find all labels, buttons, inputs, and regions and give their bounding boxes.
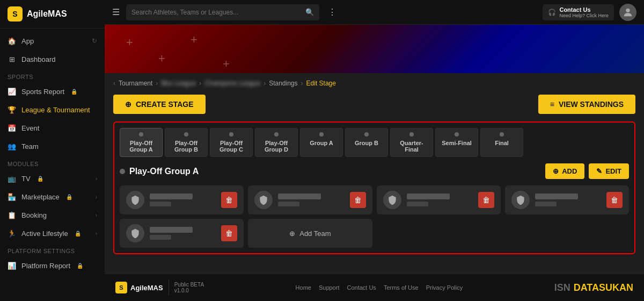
contact-button[interactable]: 🎧 Contact Us Need Help? Click Here (543, 4, 614, 20)
tab-group-a[interactable]: Group A (300, 128, 343, 157)
tab-playoff-group-d[interactable]: Play-OffGroup D (255, 128, 298, 157)
sports-report-icon: 📈 (8, 87, 16, 96)
tab-playoff-group-a[interactable]: Play-OffGroup A (120, 128, 163, 157)
section-label-platform: Platform Settings (0, 242, 105, 256)
footer-left: S AgileMAS Public BETA v1.0.0 (115, 280, 204, 296)
footer-link-terms[interactable]: Terms of Use (384, 284, 419, 291)
event-icon: 📅 (8, 124, 16, 132)
delete-team-2-button[interactable]: 🗑 (350, 192, 366, 208)
sidebar-item-platform-report[interactable]: 📊 Platform Report 🔒 (0, 256, 105, 275)
marketplace-icon: 🏪 (8, 192, 16, 201)
footer-link-support[interactable]: Support (319, 284, 340, 291)
add-team-icon: ⊕ (289, 230, 295, 238)
team-info-4 (535, 194, 601, 206)
breadcrumb-champions[interactable]: Champions League (204, 80, 260, 87)
tab-final[interactable]: Final (480, 128, 523, 157)
sidebar-item-league-tournament[interactable]: 🏆 League & Tournament (0, 101, 105, 119)
footer-logo: S AgileMAS (115, 282, 163, 293)
tab-dot-ga (319, 132, 324, 137)
breadcrumb-edit-stage: Edit Stage (306, 80, 336, 87)
sidebar-item-active-lifestyle[interactable]: 🏃 Active Lifestyle 🔒 › (0, 224, 105, 242)
tab-label-gb: Group B (355, 140, 378, 146)
tab-semi-final[interactable]: Semi-Final (435, 128, 478, 157)
breadcrumb-tournament[interactable]: Tournament (119, 80, 152, 87)
add-button[interactable]: ⊕ ADD (545, 163, 584, 179)
platform-report-icon: 📊 (8, 261, 16, 270)
sidebar-item-marketplace[interactable]: 🏪 Marketplace 🔒 › (0, 188, 105, 206)
breadcrumb-standings[interactable]: Standings (269, 80, 297, 87)
plus-icon-add: ⊕ (553, 167, 559, 175)
active-lifestyle-icon: 🏃 (8, 229, 16, 238)
delete-team-3-button[interactable]: 🗑 (478, 192, 494, 208)
footer-divider (169, 280, 169, 296)
tab-quarter-final[interactable]: Quarter-Final (390, 128, 433, 157)
chevron-right-icon: › (96, 176, 97, 182)
home-icon: 🏠 (8, 37, 16, 45)
delete-team-4-button[interactable]: 🗑 (606, 192, 623, 208)
tab-dot-d (274, 132, 279, 137)
footer-logo-icon: S (115, 282, 127, 293)
search-box[interactable]: 🔍 (126, 4, 319, 20)
team-score-blur-1 (150, 202, 171, 206)
team-info-3 (407, 194, 473, 206)
lock-icon-platform: 🔒 (77, 263, 83, 269)
banner-plus-4: + (223, 57, 230, 71)
create-stage-button[interactable]: ⊕ CREATE STAGE (113, 95, 206, 114)
team-score-blur-4 (535, 202, 557, 206)
footer: S AgileMAS Public BETA v1.0.0 Home Suppo… (105, 274, 644, 301)
sidebar-item-event[interactable]: 📅 Event (0, 119, 105, 137)
team-shield-1 (126, 191, 144, 209)
section-label-modules: Modules (0, 155, 105, 169)
tab-group-b[interactable]: Group B (345, 128, 388, 157)
chevron-right-icon-2: › (96, 194, 97, 200)
team-shield-5 (126, 224, 144, 242)
tab-playoff-group-c[interactable]: Play-OffGroup C (210, 128, 253, 157)
user-avatar[interactable] (619, 4, 636, 21)
team-card-2: 🗑 (248, 185, 372, 214)
sidebar-item-app[interactable]: 🏠 App ↻ (0, 32, 105, 50)
footer-link-privacy[interactable]: Privacy Policy (426, 284, 463, 291)
add-team-card[interactable]: ⊕ Add Team (248, 219, 372, 248)
headset-icon: 🎧 (548, 9, 556, 16)
stage-tabs: Play-OffGroup A Play-OffGroup B Play-Off… (120, 128, 629, 157)
view-standings-button[interactable]: ≡ VIEW STANDINGS (538, 95, 635, 114)
team-info-2 (278, 194, 344, 206)
contact-text: Contact Us Need Help? Click Here (559, 6, 609, 18)
team-card-4: 🗑 (505, 185, 629, 214)
breadcrumb-league[interactable]: Blur League (161, 80, 196, 87)
chevron-right-icon-3: › (96, 212, 97, 218)
breadcrumb: ‹ Tournament › Blur League › Champions L… (113, 80, 635, 87)
sidebar-item-team[interactable]: 👥 Team (0, 137, 105, 155)
lock-icon: 🔒 (71, 89, 77, 95)
footer-link-home[interactable]: Home (296, 284, 311, 291)
tab-label-c: Play-OffGroup C (219, 140, 243, 153)
dashboard-icon: ⊞ (8, 55, 16, 63)
action-row: ⊕ CREATE STAGE ≡ VIEW STANDINGS (113, 95, 635, 114)
tab-dot-sf (455, 132, 459, 137)
topbar: ☰ 🔍 ⋮ 🎧 Contact Us Need Help? Click Here (105, 0, 644, 25)
footer-link-contact[interactable]: Contact Us (347, 284, 376, 291)
lock-icon-marketplace: 🔒 (66, 194, 72, 200)
delete-team-5-button[interactable]: 🗑 (221, 225, 237, 241)
sidebar-item-sports-report[interactable]: 📈 Sports Report 🔒 (0, 82, 105, 101)
team-name-blur-2 (278, 194, 321, 199)
team-icon: 👥 (8, 142, 16, 150)
sidebar-item-dashboard[interactable]: ⊞ Dashboard (0, 50, 105, 68)
logo-icon: S (8, 6, 23, 22)
search-input[interactable] (131, 9, 301, 16)
edit-button[interactable]: ✎ EDIT (589, 163, 629, 179)
stage-title-dot (120, 169, 125, 174)
sidebar-item-booking[interactable]: 📋 Booking › (0, 206, 105, 224)
tab-playoff-group-b[interactable]: Play-OffGroup B (165, 128, 208, 157)
team-name-blur-4 (535, 194, 578, 199)
tab-label-qf: Quarter-Final (400, 140, 423, 153)
more-options-icon[interactable]: ⋮ (328, 7, 336, 17)
stage-title: Play-Off Group A (120, 167, 199, 176)
hamburger-icon[interactable]: ☰ (112, 7, 120, 17)
team-score-blur-3 (407, 202, 428, 206)
tab-label-b: Play-OffGroup B (174, 140, 198, 153)
team-shield-2 (254, 191, 273, 209)
team-score-blur-2 (278, 202, 299, 206)
sidebar-item-tv[interactable]: 📺 TV 🔒 › (0, 169, 105, 188)
delete-team-1-button[interactable]: 🗑 (221, 192, 237, 208)
